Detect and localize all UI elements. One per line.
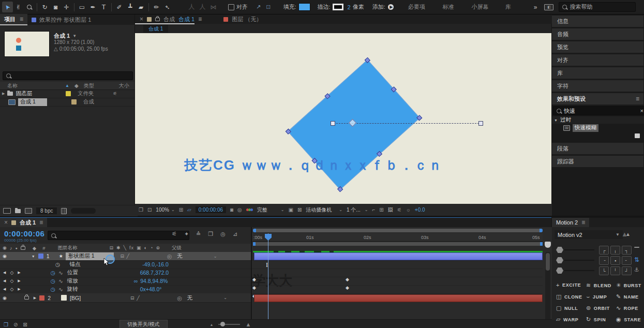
flowchart-icon[interactable]: ⚟ — [397, 207, 402, 213]
help-search-field[interactable]: 搜索帮助 — [559, 2, 636, 12]
workspace-standard[interactable]: 标准 — [443, 3, 454, 11]
expand-toggle[interactable]: ▼ — [32, 255, 35, 258]
work-area-bar[interactable] — [253, 242, 543, 246]
keyframe[interactable]: ◆ — [252, 277, 256, 282]
workspace-small-screen[interactable]: 小屏幕 — [472, 3, 489, 11]
panel-menu-icon[interactable]: ≡ — [198, 16, 202, 23]
workspace-library[interactable]: 库 — [505, 3, 511, 11]
motion-path-start-handle[interactable] — [331, 121, 335, 126]
pen-tool[interactable]: ✒ — [87, 2, 98, 12]
motion2-tab[interactable]: Motion 2 ≡ — [552, 218, 589, 227]
anchor-top-right-button[interactable]: ┐ — [622, 246, 632, 255]
tab-project[interactable]: 项目 ≡ — [0, 14, 27, 25]
prop-value[interactable]: 0x+48.0° — [140, 286, 162, 292]
mountains-icon[interactable]: ▲▲ — [621, 230, 631, 238]
trash-icon[interactable] — [61, 208, 67, 214]
next-keyframe-icon[interactable]: ▶ — [18, 287, 20, 291]
viewer-tab-layer[interactable]: 图层 （无） — [232, 16, 262, 23]
slider-track-1[interactable] — [564, 249, 594, 250]
motion-blur-col-icon[interactable]: ◐ — [144, 245, 147, 250]
stopwatch-icon[interactable]: ◷ — [51, 270, 55, 276]
rotate-tool[interactable]: ↻ — [39, 2, 50, 12]
zoom-in-mountain-icon[interactable]: ▲ — [245, 321, 251, 327]
stroke-width-value[interactable]: 2 — [348, 4, 351, 10]
tab-effect-controls[interactable]: 效果控件 形状图层 1 — [27, 14, 95, 25]
lock-toggle[interactable] — [24, 296, 29, 300]
parent-pickwhip-icon[interactable]: ◎ — [177, 295, 182, 301]
collapse-icon[interactable]: ✱ — [116, 245, 121, 250]
fast-previews-icon[interactable]: ⊞ — [379, 207, 383, 213]
puppet-pin-tool[interactable]: ➴ — [162, 2, 173, 12]
prev-keyframe-icon[interactable]: ◀ — [3, 271, 6, 275]
slider-handle-1[interactable] — [556, 247, 563, 253]
label-col-icon[interactable]: ◆ — [74, 83, 79, 88]
project-search-field[interactable] — [3, 71, 133, 80]
jump-button[interactable]: ⌣JUMP — [586, 293, 607, 300]
eye-toggle[interactable]: ◉ — [3, 254, 7, 259]
shape-handle[interactable] — [286, 129, 291, 135]
prop-value[interactable]: -49.0,-16.0 — [142, 261, 169, 267]
resolution-select[interactable]: 完整⌄ — [257, 206, 284, 214]
layer-switches[interactable]: ⊟ ╱ — [120, 254, 129, 259]
parent-dropdown[interactable]: 无⌄ — [187, 294, 227, 302]
comp-name-row[interactable]: 合成 1 ▼ — [54, 32, 77, 40]
quality-icon[interactable]: ╲ — [124, 245, 127, 250]
playhead-line[interactable] — [268, 233, 268, 328]
anchor-tool-icon[interactable]: ⚓ — [634, 266, 639, 273]
prop-row-anchor[interactable]: ◷ 锚点 -49.0,-16.0 — [0, 260, 251, 269]
scrollbar-right-cap[interactable] — [540, 229, 543, 232]
prev-keyframe-icon[interactable]: ◀ — [3, 287, 6, 291]
prop-row-scale[interactable]: ◀ ◇ ▶ ◷ ∿ 缩放 ∞ 94.8,94.8% — [0, 277, 251, 286]
prop-value[interactable]: 668.7,372.0 — [140, 270, 169, 276]
magnification-select[interactable]: 100%⌄ — [156, 207, 174, 213]
shape-handle[interactable] — [365, 57, 370, 63]
shape-handle[interactable] — [324, 93, 330, 99]
exposure-value[interactable]: +0.0 — [415, 207, 425, 213]
anchor-mid-left-button[interactable]: ╶ — [599, 256, 609, 265]
panel-character[interactable]: 字符 — [552, 80, 643, 92]
panel-menu-icon[interactable]: ≡ — [39, 219, 43, 226]
footage-icon[interactable] — [3, 208, 11, 214]
timeline-search-field[interactable] — [48, 231, 189, 240]
motion-blur-icon[interactable]: ❐ — [208, 231, 213, 237]
orbit-button[interactable]: ⊚ORBIT — [586, 305, 610, 311]
eraser-tool[interactable]: ▰ — [136, 2, 146, 12]
camera-select[interactable]: 活动摄像机⌄ — [306, 206, 342, 214]
slider-track-3[interactable] — [564, 270, 594, 271]
grid-options-icon[interactable]: ⊞ — [179, 207, 183, 213]
anchor-bottom-center-button[interactable]: ╵ — [610, 266, 620, 275]
comp-canvas[interactable]: 技艺CG ｗｗｗ．ｑｄｎｘｘｆｂ．ｃｎ — [135, 33, 551, 204]
shape-handle[interactable] — [337, 186, 343, 192]
adjustment-col-icon[interactable]: ◔ — [150, 245, 153, 250]
new-preset-icon[interactable] — [635, 133, 640, 138]
stare-button[interactable]: ◉STARE — [616, 316, 641, 323]
effects-search-field[interactable]: 快速 × — [553, 106, 644, 115]
panel-align[interactable]: 对齐 — [552, 54, 643, 66]
brush-tool[interactable]: ✐ — [114, 2, 125, 12]
prop-row-position[interactable]: ◀ ◇ ▶ ◷ ∿ 位置 668.7,372.0 — [0, 269, 251, 277]
hand-tool[interactable]: ✌ — [13, 2, 24, 12]
teleport-icon[interactable]: ⇅ — [634, 256, 639, 263]
roto-brush-tool[interactable]: ✏ — [151, 2, 162, 12]
add-keyframe-icon[interactable]: ◇ — [10, 287, 13, 292]
shy-icon[interactable]: ⊟ — [109, 245, 114, 250]
label-color[interactable] — [71, 99, 77, 105]
project-row-solids[interactable]: ▶ 固态层 文件夹 ⚟ — [0, 90, 134, 98]
timeline-tab[interactable]: × 合成 1 ≡ — [0, 218, 47, 227]
prop-row-rotation[interactable]: ◀ ◇ ▶ ◷ ∿ 旋转 0x+48.0° — [0, 285, 251, 294]
anchor-top-center-button[interactable]: ╷ — [610, 246, 620, 255]
close-icon[interactable]: × — [4, 219, 8, 226]
stamp-tool[interactable]: ┻ — [125, 2, 136, 12]
camera-tool[interactable]: ◙ — [50, 2, 61, 12]
anchor-bottom-right-button[interactable]: ┘ — [622, 266, 632, 275]
parent-pickwhip-icon[interactable]: ◎ — [167, 253, 172, 259]
frame-blend-master-icon[interactable]: ❐ — [4, 322, 8, 327]
shape-handle[interactable] — [391, 86, 397, 92]
rectangle-tool[interactable]: ▭ — [77, 2, 87, 12]
work-area-end-handle[interactable] — [540, 242, 543, 246]
comp-marker-button[interactable] — [545, 242, 551, 248]
scroll-pill[interactable] — [71, 208, 96, 214]
composition-flowchart-icon[interactable]: ⚟ — [172, 231, 177, 237]
panel-menu-icon[interactable]: ≡ — [636, 95, 639, 102]
layer2-duration-bar[interactable] — [254, 294, 543, 302]
